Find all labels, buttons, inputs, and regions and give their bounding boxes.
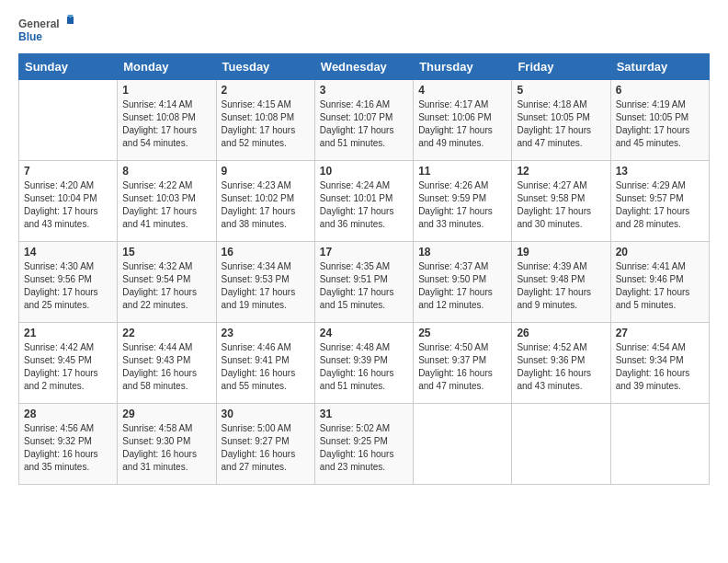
- cell-info: Sunrise: 4:14 AM Sunset: 10:08 PM Daylig…: [122, 98, 210, 150]
- day-number: 30: [222, 408, 310, 420]
- cell-info: Sunrise: 4:18 AM Sunset: 10:05 PM Daylig…: [517, 98, 605, 150]
- day-number: 5: [517, 84, 605, 97]
- cell-info: Sunrise: 4:24 AM Sunset: 10:01 PM Daylig…: [320, 179, 408, 231]
- day-number: 27: [616, 327, 704, 339]
- calendar-cell: [610, 404, 709, 485]
- calendar-cell: 4Sunrise: 4:17 AM Sunset: 10:06 PM Dayli…: [414, 80, 512, 161]
- calendar-cell: 20Sunrise: 4:41 AM Sunset: 9:46 PM Dayli…: [610, 242, 709, 323]
- svg-text:General: General: [18, 17, 60, 30]
- cell-info: Sunrise: 5:02 AM Sunset: 9:25 PM Dayligh…: [320, 422, 408, 474]
- day-number: 15: [122, 246, 210, 259]
- cell-info: Sunrise: 4:26 AM Sunset: 9:59 PM Dayligh…: [418, 179, 506, 231]
- calendar-cell: [19, 80, 118, 161]
- cell-info: Sunrise: 4:56 AM Sunset: 9:32 PM Dayligh…: [24, 422, 112, 474]
- calendar-cell: [414, 404, 512, 485]
- calendar-cell: 9Sunrise: 4:23 AM Sunset: 10:02 PM Dayli…: [216, 161, 314, 242]
- day-header-wednesday: Wednesday: [314, 54, 413, 80]
- day-number: 22: [122, 327, 210, 339]
- week-row-5: 28Sunrise: 4:56 AM Sunset: 9:32 PM Dayli…: [19, 404, 710, 485]
- calendar-cell: 25Sunrise: 4:50 AM Sunset: 9:37 PM Dayli…: [414, 323, 512, 404]
- day-header-monday: Monday: [118, 54, 216, 80]
- cell-info: Sunrise: 4:16 AM Sunset: 10:07 PM Daylig…: [320, 98, 408, 150]
- calendar-cell: 3Sunrise: 4:16 AM Sunset: 10:07 PM Dayli…: [314, 80, 413, 161]
- week-row-1: 1Sunrise: 4:14 AM Sunset: 10:08 PM Dayli…: [19, 80, 710, 161]
- day-number: 4: [418, 84, 506, 97]
- cell-info: Sunrise: 4:22 AM Sunset: 10:03 PM Daylig…: [122, 179, 210, 231]
- cell-info: Sunrise: 4:27 AM Sunset: 9:58 PM Dayligh…: [517, 179, 605, 231]
- cell-info: Sunrise: 4:48 AM Sunset: 9:39 PM Dayligh…: [320, 341, 408, 393]
- calendar-cell: 28Sunrise: 4:56 AM Sunset: 9:32 PM Dayli…: [19, 404, 118, 485]
- calendar-cell: 21Sunrise: 4:42 AM Sunset: 9:45 PM Dayli…: [19, 323, 118, 404]
- cell-info: Sunrise: 4:29 AM Sunset: 9:57 PM Dayligh…: [616, 179, 704, 231]
- cell-info: Sunrise: 4:19 AM Sunset: 10:05 PM Daylig…: [616, 98, 704, 150]
- day-header-thursday: Thursday: [414, 54, 512, 80]
- calendar-cell: 29Sunrise: 4:58 AM Sunset: 9:30 PM Dayli…: [118, 404, 216, 485]
- cell-info: Sunrise: 5:00 AM Sunset: 9:27 PM Dayligh…: [222, 422, 310, 474]
- cell-info: Sunrise: 4:42 AM Sunset: 9:45 PM Dayligh…: [24, 341, 112, 393]
- day-number: 12: [517, 165, 605, 178]
- cell-info: Sunrise: 4:54 AM Sunset: 9:34 PM Dayligh…: [616, 341, 704, 393]
- day-number: 2: [222, 84, 310, 97]
- week-row-4: 21Sunrise: 4:42 AM Sunset: 9:45 PM Dayli…: [19, 323, 710, 404]
- calendar-cell: 7Sunrise: 4:20 AM Sunset: 10:04 PM Dayli…: [19, 161, 118, 242]
- calendar-cell: 16Sunrise: 4:34 AM Sunset: 9:53 PM Dayli…: [216, 242, 314, 323]
- day-number: 7: [24, 165, 112, 178]
- day-header-tuesday: Tuesday: [216, 54, 314, 80]
- calendar-cell: 12Sunrise: 4:27 AM Sunset: 9:58 PM Dayli…: [512, 161, 610, 242]
- day-number: 25: [418, 327, 506, 339]
- cell-info: Sunrise: 4:30 AM Sunset: 9:56 PM Dayligh…: [24, 260, 112, 312]
- page-header: General Blue: [18, 15, 710, 46]
- day-header-sunday: Sunday: [19, 54, 118, 80]
- day-number: 3: [320, 84, 408, 97]
- calendar-cell: 18Sunrise: 4:37 AM Sunset: 9:50 PM Dayli…: [414, 242, 512, 323]
- day-number: 20: [616, 246, 704, 259]
- calendar-cell: 27Sunrise: 4:54 AM Sunset: 9:34 PM Dayli…: [610, 323, 709, 404]
- day-number: 16: [222, 246, 310, 259]
- day-number: 31: [320, 408, 408, 420]
- calendar-cell: 26Sunrise: 4:52 AM Sunset: 9:36 PM Dayli…: [512, 323, 610, 404]
- header-row: SundayMondayTuesdayWednesdayThursdayFrid…: [19, 54, 710, 80]
- day-number: 17: [320, 246, 408, 259]
- calendar-cell: 31Sunrise: 5:02 AM Sunset: 9:25 PM Dayli…: [314, 404, 413, 485]
- cell-info: Sunrise: 4:37 AM Sunset: 9:50 PM Dayligh…: [418, 260, 506, 312]
- calendar-cell: 14Sunrise: 4:30 AM Sunset: 9:56 PM Dayli…: [19, 242, 118, 323]
- calendar-cell: 10Sunrise: 4:24 AM Sunset: 10:01 PM Dayl…: [314, 161, 413, 242]
- day-number: 11: [418, 165, 506, 178]
- calendar-cell: [512, 404, 610, 485]
- day-number: 28: [24, 408, 112, 420]
- calendar-cell: 22Sunrise: 4:44 AM Sunset: 9:43 PM Dayli…: [118, 323, 216, 404]
- day-number: 29: [122, 408, 210, 420]
- cell-info: Sunrise: 4:58 AM Sunset: 9:30 PM Dayligh…: [122, 422, 210, 474]
- cell-info: Sunrise: 4:34 AM Sunset: 9:53 PM Dayligh…: [222, 260, 310, 312]
- cell-info: Sunrise: 4:50 AM Sunset: 9:37 PM Dayligh…: [418, 341, 506, 393]
- calendar-cell: 30Sunrise: 5:00 AM Sunset: 9:27 PM Dayli…: [216, 404, 314, 485]
- cell-info: Sunrise: 4:44 AM Sunset: 9:43 PM Dayligh…: [122, 341, 210, 393]
- cell-info: Sunrise: 4:41 AM Sunset: 9:46 PM Dayligh…: [616, 260, 704, 312]
- cell-info: Sunrise: 4:20 AM Sunset: 10:04 PM Daylig…: [24, 179, 112, 231]
- day-number: 26: [517, 327, 605, 339]
- day-header-saturday: Saturday: [610, 54, 709, 80]
- day-number: 23: [222, 327, 310, 339]
- cell-info: Sunrise: 4:39 AM Sunset: 9:48 PM Dayligh…: [517, 260, 605, 312]
- week-row-3: 14Sunrise: 4:30 AM Sunset: 9:56 PM Dayli…: [19, 242, 710, 323]
- day-number: 14: [24, 246, 112, 259]
- day-number: 6: [616, 84, 704, 97]
- cell-info: Sunrise: 4:35 AM Sunset: 9:51 PM Dayligh…: [320, 260, 408, 312]
- calendar-cell: 5Sunrise: 4:18 AM Sunset: 10:05 PM Dayli…: [512, 80, 610, 161]
- day-number: 21: [24, 327, 112, 339]
- day-number: 19: [517, 246, 605, 259]
- week-row-2: 7Sunrise: 4:20 AM Sunset: 10:04 PM Dayli…: [19, 161, 710, 242]
- logo: General Blue: [18, 15, 74, 46]
- calendar-cell: 19Sunrise: 4:39 AM Sunset: 9:48 PM Dayli…: [512, 242, 610, 323]
- calendar-table: SundayMondayTuesdayWednesdayThursdayFrid…: [18, 53, 710, 485]
- day-number: 10: [320, 165, 408, 178]
- day-header-friday: Friday: [512, 54, 610, 80]
- calendar-cell: 23Sunrise: 4:46 AM Sunset: 9:41 PM Dayli…: [216, 323, 314, 404]
- cell-info: Sunrise: 4:15 AM Sunset: 10:08 PM Daylig…: [222, 98, 310, 150]
- calendar-cell: 24Sunrise: 4:48 AM Sunset: 9:39 PM Dayli…: [314, 323, 413, 404]
- calendar-cell: 13Sunrise: 4:29 AM Sunset: 9:57 PM Dayli…: [610, 161, 709, 242]
- day-number: 24: [320, 327, 408, 339]
- calendar-cell: 15Sunrise: 4:32 AM Sunset: 9:54 PM Dayli…: [118, 242, 216, 323]
- cell-info: Sunrise: 4:23 AM Sunset: 10:02 PM Daylig…: [222, 179, 310, 231]
- day-number: 1: [122, 84, 210, 97]
